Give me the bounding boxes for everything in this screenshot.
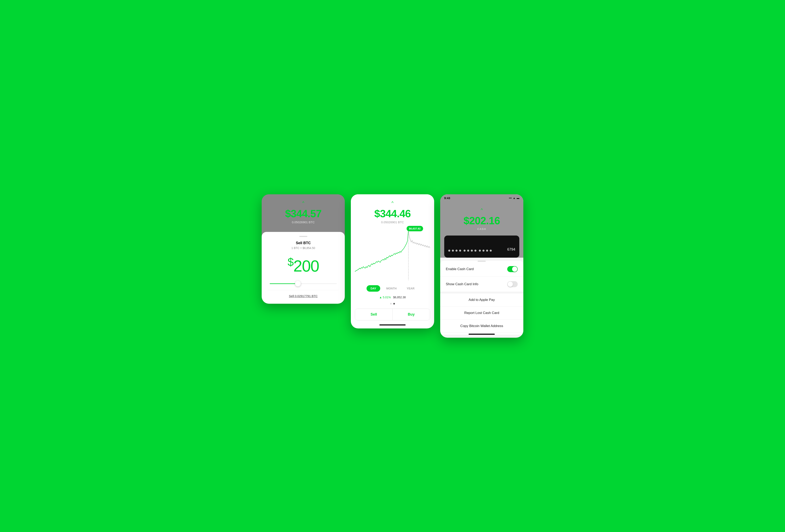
slider-fill	[270, 284, 298, 284]
card-dots-group1	[448, 249, 461, 251]
home-indicator3	[469, 334, 495, 335]
cash-card-settings-sheet: Enable Cash Card Show Cash Card Info Add…	[440, 261, 523, 335]
copy-wallet-row[interactable]: Copy Bitcoin Wallet Address	[440, 320, 523, 333]
enable-cash-card-label: Enable Cash Card	[446, 267, 474, 271]
toggle-thumb-off	[508, 282, 513, 287]
time-tabs: DAY MONTH YEAR	[351, 282, 434, 295]
chart-tooltip: $6,637.92	[407, 226, 423, 231]
wifi-icon: ▲	[513, 196, 515, 200]
screen2-bitcoin-chart: ^ $344.46 0.05026901 BTC $6,637.92 DAY M…	[351, 194, 434, 328]
card-dot	[463, 249, 465, 251]
toggle-thumb-on	[512, 266, 517, 272]
sell-rate: 1 BTC = $6,854.50	[268, 246, 339, 249]
btc-value-display: $344.57	[266, 208, 341, 220]
sheet-handle	[299, 236, 307, 237]
copy-wallet-label: Copy Bitcoin Wallet Address	[460, 324, 503, 328]
card-dots-group2	[463, 249, 476, 251]
action-buttons: Sell Buy	[355, 309, 430, 320]
chevron-up-icon[interactable]: ^	[266, 200, 341, 206]
battery-icon: ▬	[517, 196, 519, 200]
sell-amount-value: 200	[293, 257, 319, 275]
card-dots-group3	[479, 249, 492, 251]
screen1-top: ^ $344.57 0.05026901 BTC	[262, 194, 345, 228]
screens-container: ^ $344.57 0.05026901 BTC Sell BTC 1 BTC …	[262, 194, 523, 338]
sell-button[interactable]: Sell	[355, 309, 392, 320]
chevron-up-icon3[interactable]: ^	[444, 207, 519, 213]
btc-value-display2: $344.46	[355, 208, 430, 220]
sell-btc-amount: Sell 0.02917791 BTC	[289, 294, 318, 298]
report-lost-label: Report Lost Cash Card	[464, 311, 499, 315]
screen2-top: ^ $344.46 0.05026901 BTC	[351, 194, 434, 226]
card-dot	[479, 249, 481, 251]
btc-amount-display: 0.05026901 BTC	[266, 220, 341, 224]
btc-amount-display2: 0.05026901 BTC	[355, 220, 430, 224]
apple-pay-row[interactable]: Add to Apple Pay	[440, 293, 523, 307]
enable-cash-card-row[interactable]: Enable Cash Card	[440, 262, 523, 277]
cash-card-visual: 6794	[444, 236, 519, 258]
report-lost-row[interactable]: Report Lost Cash Card	[440, 307, 523, 320]
price-chart-svg	[355, 228, 430, 280]
card-dot	[456, 249, 457, 251]
status-bar: 9:43 ▪▪▪ ▲ ▬	[440, 194, 523, 200]
card-dot	[486, 249, 488, 251]
sell-btc-label: Sell 0.02917791 BTC	[268, 290, 339, 298]
bitcoin-chart: $6,637.92	[351, 226, 434, 282]
home-indicator	[379, 324, 406, 325]
card-dot	[471, 249, 473, 251]
card-dot	[482, 249, 484, 251]
screen3-cash-card: 9:43 ▪▪▪ ▲ ▬ ^ $202.16 CASH	[440, 194, 523, 338]
buy-button[interactable]: Buy	[392, 309, 430, 320]
sell-bottom-sheet: Sell BTC 1 BTC = $6,854.50 $200 Sell 0.0…	[262, 232, 345, 304]
show-cash-card-info-row[interactable]: Show Cash Card Info	[440, 277, 523, 292]
slider-thumb[interactable]	[295, 281, 301, 286]
status-time: 9:43	[444, 196, 450, 200]
tab-month[interactable]: MONTH	[382, 285, 401, 292]
card-last4: 6794	[507, 247, 515, 251]
stat-price: $6,852.38	[393, 296, 406, 299]
chart-stats: ▲ 5.01% $6,852.38	[351, 295, 434, 301]
sell-slider[interactable]	[268, 284, 339, 284]
cash-value-display: $202.16	[444, 215, 519, 227]
tab-day[interactable]: DAY	[366, 285, 380, 292]
stat-change: ▲ 5.01%	[379, 296, 391, 299]
card-dot	[490, 249, 492, 251]
slider-track	[270, 284, 337, 284]
divider	[440, 292, 523, 293]
card-dot	[448, 249, 450, 251]
cash-label: CASH	[444, 228, 519, 231]
dot-2	[393, 303, 395, 304]
card-dot	[467, 249, 469, 251]
sell-dollar-sign: $	[288, 256, 294, 268]
screen3-top-wrapper: 9:43 ▪▪▪ ▲ ▬ ^ $202.16 CASH	[440, 194, 523, 258]
page-dots	[351, 301, 434, 307]
tab-year[interactable]: YEAR	[403, 285, 419, 292]
sell-title: Sell BTC	[268, 241, 339, 245]
screen1-sell-btc: ^ $344.57 0.05026901 BTC Sell BTC 1 BTC …	[262, 194, 345, 304]
show-cash-card-info-label: Show Cash Card Info	[446, 282, 478, 286]
chevron-up-icon2[interactable]: ^	[355, 200, 430, 206]
card-dot	[452, 249, 454, 251]
sell-amount-display: $200	[268, 256, 339, 275]
apple-pay-label: Add to Apple Pay	[469, 298, 495, 302]
status-icons: ▪▪▪ ▲ ▬	[509, 196, 519, 200]
card-dot	[475, 249, 476, 251]
dot-1	[390, 303, 392, 304]
show-cash-card-info-toggle[interactable]	[507, 281, 518, 287]
card-dot	[459, 249, 461, 251]
enable-cash-card-toggle[interactable]	[507, 266, 518, 272]
signal-icon: ▪▪▪	[509, 196, 512, 200]
